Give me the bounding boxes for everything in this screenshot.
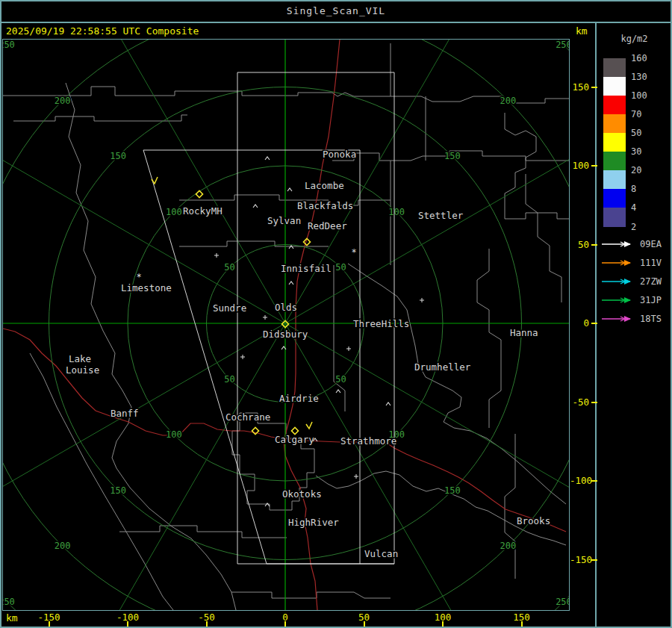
x-axis-tick (284, 621, 286, 627)
legend-scale-value: 8 (631, 184, 661, 194)
y-axis: 150100500-50-100-150 (570, 0, 597, 628)
frame-left-border (0, 0, 1, 628)
legend-track-id: 111V (640, 258, 662, 268)
city-label: HighRiver (288, 517, 339, 528)
legend-scale-value: 70 (631, 109, 661, 119)
point-plus-icon (346, 346, 351, 351)
county-boundary (66, 83, 236, 610)
city-label: Strathmore (340, 435, 396, 447)
town-caret-icon (386, 402, 391, 405)
city-label: Airdrie (279, 393, 319, 404)
city-label: Stettler (418, 210, 464, 221)
legend-swatch (603, 114, 626, 133)
legend-scale-value: 160 (631, 53, 661, 63)
town-caret-icon (253, 205, 258, 208)
legend-scale-value: 100 (631, 90, 661, 101)
range-ring-label: 200 (500, 96, 517, 106)
legend-track-row: 31JP (597, 295, 672, 305)
y-axis-tick-label: 0 (570, 317, 589, 329)
range-ring-label: 50 (335, 262, 346, 273)
x-axis-tick (521, 621, 523, 627)
range-ring-label: 250 (556, 40, 569, 50)
legend-swatch (603, 96, 626, 114)
legend-track-id: 18TS (640, 314, 662, 324)
city-label: Limestone (121, 282, 172, 293)
legend-track-row: 09EA (597, 239, 672, 249)
legend-scale-value: 20 (631, 165, 661, 175)
city-label: Cochrane (225, 411, 270, 423)
radar-site-diamond-icon (196, 190, 202, 197)
point-star-icon: * (136, 272, 141, 282)
y-axis-tick-label: 150 (570, 81, 589, 93)
point-plus-icon (420, 298, 424, 302)
legend-scale-value: 30 (631, 146, 661, 157)
city-label: Sylvan (267, 215, 301, 226)
range-ring-label: 100 (388, 207, 405, 217)
x-axis-tick (49, 621, 50, 627)
x-axis-tick (206, 621, 208, 627)
y-axis-tick-label: 100 (570, 160, 589, 171)
radar-map[interactable]: 5050505010010010010015015015015020020020… (2, 39, 570, 611)
city-label: Blackfalds (297, 200, 353, 211)
legend-track-row: 27ZW (597, 276, 672, 287)
range-ring-label: 100 (166, 429, 182, 440)
range-ring-label: 200 (55, 541, 71, 551)
y-axis-tick-label: -100 (570, 475, 589, 486)
county-boundary (348, 264, 566, 504)
x-axis-tick (127, 621, 128, 627)
y-axis-tick-label: -150 (570, 554, 589, 565)
scan-timestamp: 2025/09/19 22:58:55 UTC Composite (6, 25, 199, 37)
legend-track-row: 111V (597, 258, 672, 268)
county-boundary (477, 249, 501, 428)
point-star-icon: * (351, 247, 356, 258)
x-axis: -150-100-50050100150 (0, 611, 595, 627)
range-ring-label: 50 (224, 262, 234, 273)
city-label: RockyMH (183, 205, 223, 217)
legend-scale-value: 2 (631, 222, 661, 232)
legend-swatch (603, 189, 626, 208)
legend-swatch (603, 77, 626, 96)
track-arrow-icon (600, 277, 636, 286)
county-boundary (526, 174, 561, 302)
x-axis-tick (442, 621, 444, 627)
county-boundary (334, 265, 345, 411)
city-label: Louise (66, 364, 99, 376)
city-label: Lacombe (305, 180, 344, 191)
legend-scale-value: 4 (631, 202, 661, 213)
county-boundary (391, 96, 569, 103)
county-boundary (505, 193, 569, 219)
town-caret-icon (289, 282, 293, 285)
legend-swatch (603, 208, 626, 227)
county-boundary (316, 471, 566, 545)
city-label: Okotoks (282, 488, 322, 500)
point-plus-icon (214, 253, 219, 258)
city-label: Innisfail (281, 263, 332, 274)
point-plus-icon (240, 355, 245, 359)
track-arrow-icon (600, 258, 636, 267)
city-label: Didsbury (263, 329, 308, 340)
range-ring-label: 50 (335, 374, 346, 385)
range-ring-label: 50 (224, 374, 234, 385)
legend-track-row: 18TS (597, 314, 672, 324)
legend-track-id: 27ZW (640, 276, 662, 287)
range-ring-label: 200 (55, 96, 71, 106)
city-label: Drumheller (414, 361, 471, 373)
town-caret-icon (336, 390, 340, 393)
y-axis-tick-label: 50 (570, 239, 589, 250)
legend-swatch (603, 152, 626, 170)
storm-vector-check-icon (306, 422, 312, 429)
city-label: Hanna (510, 327, 538, 338)
city-label: Ponoka (323, 149, 356, 160)
range-ring-label: 200 (500, 541, 517, 551)
legend-track-id: 31JP (640, 295, 662, 305)
legend-panel: kg/m2 16013010070503020842 09EA111V27ZW3… (597, 23, 672, 626)
range-ring-label: 250 (556, 597, 569, 607)
legend-track-id: 09EA (640, 239, 662, 249)
county-boundary (13, 115, 187, 121)
county-boundary (30, 353, 173, 610)
range-ring-label: 250 (3, 597, 15, 607)
city-label: Calgary (275, 434, 314, 445)
city-label: Banff (111, 408, 139, 419)
map-canvas[interactable]: 5050505010010010010015015015015020020020… (3, 40, 569, 610)
city-label: Vulcan (364, 548, 398, 559)
